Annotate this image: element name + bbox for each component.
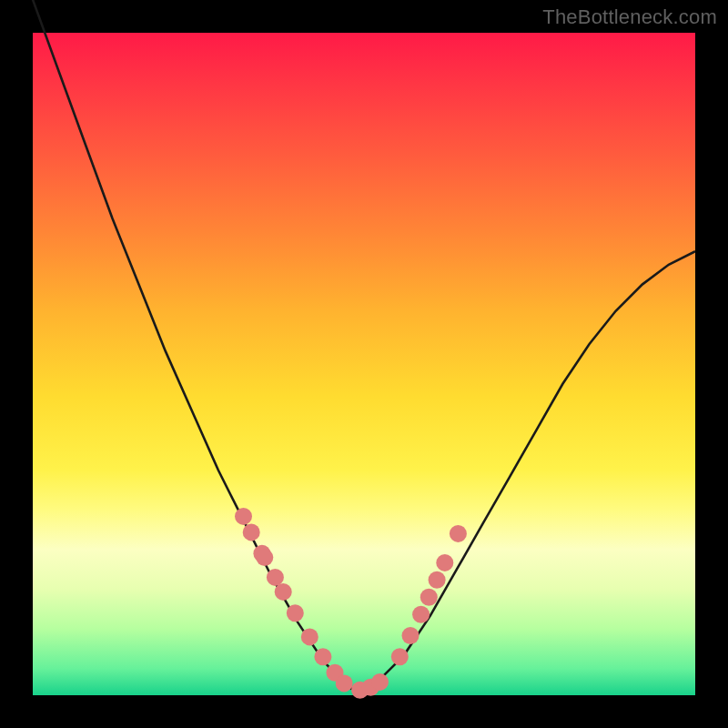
curve-marker	[336, 674, 353, 692]
curve-marker	[420, 589, 438, 606]
chart-frame: TheBottleneck.com	[0, 0, 728, 728]
curve-marker	[256, 549, 273, 566]
curve-marker	[314, 648, 331, 665]
curve-marker	[275, 583, 292, 601]
curve-marker	[243, 523, 260, 541]
bottleneck-curve-path	[33, 0, 695, 689]
curve-marker	[287, 604, 304, 622]
curve-marker	[402, 627, 420, 644]
curve-marker	[267, 569, 284, 586]
curve-marker	[429, 571, 446, 589]
curve-marker	[371, 673, 389, 691]
curve-marker	[235, 508, 252, 525]
curve-marker	[301, 628, 318, 645]
watermark-text: TheBottleneck.com	[542, 5, 717, 29]
curve-marker	[391, 648, 409, 665]
curve-svg	[33, 33, 695, 695]
curve-marker	[450, 525, 467, 542]
marker-group	[235, 508, 467, 699]
curve-marker	[436, 554, 453, 571]
plot-area	[33, 33, 695, 695]
curve-marker	[412, 606, 430, 623]
